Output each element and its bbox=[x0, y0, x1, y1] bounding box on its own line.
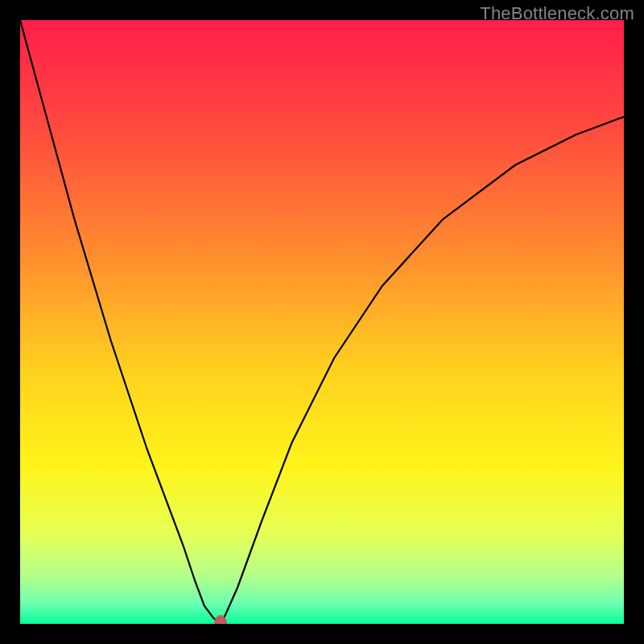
bottleneck-curve bbox=[20, 20, 624, 624]
chart-frame: TheBottleneck.com bbox=[0, 0, 644, 644]
watermark-text: TheBottleneck.com bbox=[480, 3, 634, 24]
plot-area bbox=[20, 20, 624, 624]
